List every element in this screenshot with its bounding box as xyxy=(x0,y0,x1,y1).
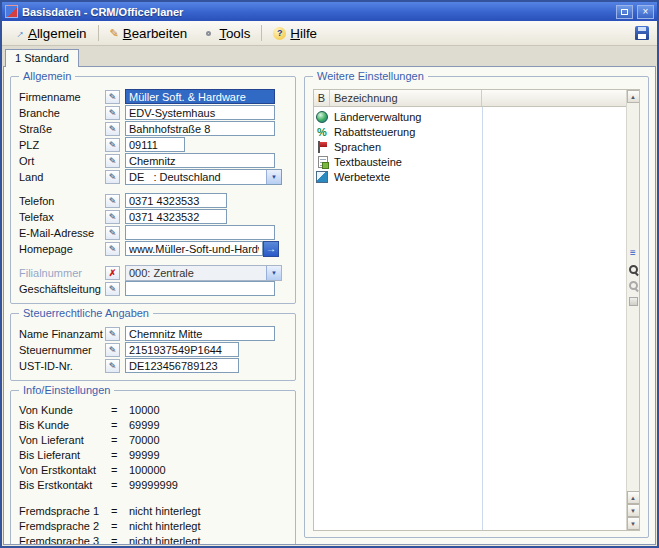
pencil-icon: ✎ xyxy=(109,108,117,118)
telefax-input[interactable] xyxy=(125,209,227,224)
grid-options-button[interactable] xyxy=(627,295,640,308)
info-value: 70000 xyxy=(129,434,160,446)
down-arrow-icon: ▼ xyxy=(630,519,636,529)
grid-header: B Bezeichnung xyxy=(314,90,626,107)
scroll-down-button[interactable]: ▼ xyxy=(627,517,640,530)
branche-input[interactable] xyxy=(125,105,275,120)
field-label-telefon: Telefon xyxy=(19,195,105,207)
edit-field-button[interactable]: ✎ xyxy=(105,194,120,208)
info-label: Von Lieferant xyxy=(19,434,111,446)
steuernummer-input[interactable] xyxy=(125,342,239,357)
edit-field-button[interactable]: ✎ xyxy=(105,226,120,240)
edit-field-button[interactable]: ✎ xyxy=(105,106,120,120)
search-disabled-button[interactable] xyxy=(627,279,640,292)
equals-sign: = xyxy=(111,520,129,532)
info-row: Bis Erstkontakt = 99999999 xyxy=(19,478,287,491)
field-row: Land ✎ DE : Deutschland ▼ xyxy=(19,169,287,184)
edit-field-button[interactable]: ✎ xyxy=(105,359,120,373)
prev-record-button[interactable]: ▲ xyxy=(627,491,640,504)
restore-button[interactable] xyxy=(616,5,633,19)
info-row: Fremdsprache 3 = nicht hinterlegt xyxy=(19,534,287,545)
row-label: Werbetexte xyxy=(330,171,390,183)
menu-allgemein-label: Allgemein xyxy=(28,26,87,41)
telefon-input[interactable] xyxy=(125,193,227,208)
menu-hilfe-button[interactable]: ? Hilfe xyxy=(266,23,324,44)
groupbox-steuer: Steuerrechtliche Angaben Name Finanzamt … xyxy=(10,313,296,381)
open-homepage-button[interactable]: → xyxy=(263,241,279,257)
pencil-icon: ✎ xyxy=(109,212,117,222)
field-row: Firmenname ✎ xyxy=(19,89,287,104)
firmenname-input[interactable] xyxy=(125,89,275,104)
grid-scrollbar[interactable]: ▲ ≡ ▲ ▼ ▼ xyxy=(626,90,639,530)
field-label-geschaeftsleitung: Geschäftsleitung xyxy=(19,283,105,295)
edit-field-button[interactable]: ✎ xyxy=(105,90,120,104)
tab-standard[interactable]: 1 Standard xyxy=(5,49,79,67)
globe-icon xyxy=(316,111,328,123)
table-row[interactable]: Textbausteine xyxy=(314,154,626,169)
field-label-ustid: UST-ID-Nr. xyxy=(19,360,105,372)
land-combobox-value: DE : Deutschland xyxy=(126,170,266,184)
menu-tools-button[interactable]: Tools xyxy=(195,23,257,44)
edit-field-button[interactable]: ✎ xyxy=(105,343,120,357)
edit-field-button[interactable]: ✎ xyxy=(105,122,120,136)
right-column: Weitere Einstellungen B Bezeichnung Länd… xyxy=(304,76,649,538)
info-row: Fremdsprache 2 = nicht hinterlegt xyxy=(19,519,287,532)
textblock-icon xyxy=(318,156,328,168)
homepage-field: → xyxy=(125,241,279,257)
menu-allgemein-button[interactable]: → Allgemein xyxy=(6,23,94,44)
filialnummer-combobox[interactable]: 000: Zentrale ▼ xyxy=(125,265,282,281)
strasse-input[interactable] xyxy=(125,121,275,136)
field-label-land: Land xyxy=(19,171,105,183)
ort-input[interactable] xyxy=(125,153,275,168)
edit-field-button[interactable]: ✎ xyxy=(105,170,120,184)
edit-field-button[interactable]: ✎ xyxy=(105,210,120,224)
email-input[interactable] xyxy=(125,225,275,240)
table-row[interactable]: % Rabattsteuerung xyxy=(314,124,626,139)
geschaeftsleitung-input[interactable] xyxy=(125,281,275,296)
table-row[interactable]: Länderverwaltung xyxy=(314,109,626,124)
finanzamt-input[interactable] xyxy=(125,326,275,341)
edit-field-button[interactable]: ✎ xyxy=(105,242,120,256)
window-title: Basisdaten - CRM/OfficePlaner xyxy=(22,6,612,18)
menu-button[interactable]: ≡ xyxy=(627,247,640,260)
menu-bearbeiten-button[interactable]: ✎ Bearbeiten xyxy=(103,23,195,44)
edit-field-button[interactable]: ✎ xyxy=(105,327,120,341)
edit-field-button[interactable]: ✎ xyxy=(105,282,120,296)
content-panel: Allgemein Firmenname ✎ Branche ✎ Straße … xyxy=(3,66,656,545)
field-label-email: E-Mail-Adresse xyxy=(19,227,105,239)
chevron-down-icon[interactable]: ▼ xyxy=(266,266,281,280)
save-icon xyxy=(635,26,649,40)
plz-input[interactable] xyxy=(125,137,185,152)
groupbox-title: Info/Einstellungen xyxy=(19,384,114,396)
edit-field-button[interactable]: ✎ xyxy=(105,138,120,152)
next-record-button[interactable]: ▼ xyxy=(627,504,640,517)
info-row: Fremdsprache 1 = nicht hinterlegt xyxy=(19,504,287,517)
homepage-input[interactable] xyxy=(125,241,263,256)
table-row[interactable]: Werbetexte xyxy=(314,169,626,184)
edit-field-button[interactable]: ✎ xyxy=(105,154,120,168)
pencil-icon: ✎ xyxy=(109,244,117,254)
info-value: 99999999 xyxy=(129,479,178,491)
field-row: Steuernummer ✎ xyxy=(19,342,287,357)
save-button[interactable] xyxy=(631,23,653,43)
chevron-down-icon[interactable]: ▼ xyxy=(266,170,281,184)
column-header-b[interactable]: B xyxy=(314,90,330,106)
pencil-icon: ✎ xyxy=(109,172,117,182)
column-header-bezeichnung[interactable]: Bezeichnung xyxy=(330,90,482,106)
pencil-icon: ✎ xyxy=(109,228,117,238)
ustid-input[interactable] xyxy=(125,358,239,373)
land-combobox[interactable]: DE : Deutschland ▼ xyxy=(125,169,282,185)
pencil-icon: ✎ xyxy=(109,156,117,166)
table-row[interactable]: Sprachen xyxy=(314,139,626,154)
info-value: 69999 xyxy=(129,419,160,431)
gear-icon xyxy=(206,31,211,36)
delete-field-button[interactable]: ✗ xyxy=(105,266,120,280)
groupbox-info: Info/Einstellungen Von Kunde = 10000 Bis… xyxy=(10,390,296,545)
search-button[interactable] xyxy=(627,263,640,276)
scroll-up-button[interactable]: ▲ xyxy=(627,90,640,103)
column-divider xyxy=(482,107,483,530)
app-window: Basisdaten - CRM/OfficePlaner × → Allgem… xyxy=(0,0,659,548)
field-row: Geschäftsleitung ✎ xyxy=(19,281,287,296)
pencil-icon: ✎ xyxy=(109,140,117,150)
close-button[interactable]: × xyxy=(637,5,654,19)
